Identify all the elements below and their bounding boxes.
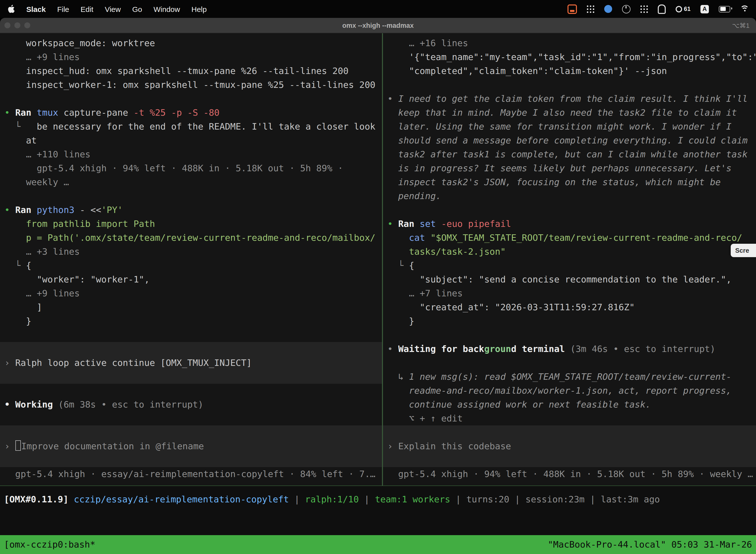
text-segment: … +7 lines (387, 288, 462, 298)
terminal-window: omx --xhigh --madmax ⌥⌘1 workspace_mode:… (0, 18, 756, 554)
terminal-line: gpt-5.4 xhigh · essay/ai-reimplementatio… (0, 467, 382, 481)
terminal-line (0, 328, 382, 342)
text-segment: '{"team_name":"my-team","task_id":"1","f… (387, 52, 756, 62)
terminal-line: weekly … (0, 175, 382, 189)
terminal-line: keep that in mind. Maybe I also need the… (383, 106, 756, 120)
text-segment: • (387, 93, 398, 104)
terminal-line (383, 203, 756, 217)
terminal-line (0, 426, 382, 439)
menu-item-file[interactable]: File (57, 5, 69, 13)
screen-share-popup[interactable]: Scre (731, 244, 756, 257)
text-segment: tasks/task-2.json" (387, 246, 506, 257)
terminal-line: gpt-5.4 xhigh · 94% left · 488K in · 5.1… (383, 467, 756, 481)
terminal-line: … +7 lines (383, 286, 756, 300)
text-segment: p = Path('.omx/state/team/review-current… (4, 232, 376, 243)
text-segment: "completed","claim_token":"claim-token"}… (387, 65, 667, 76)
text-segment: continue assigned work or next feasible … (387, 399, 651, 409)
text-cursor (15, 440, 20, 451)
text-segment: | (364, 494, 375, 504)
wifi-icon[interactable] (740, 5, 749, 12)
menu-item-view[interactable]: View (105, 5, 121, 13)
apple-menu-icon[interactable] (7, 4, 15, 13)
terminal-line (383, 328, 756, 342)
terminal-line (0, 342, 382, 356)
text-segment: (3m 46s • esc to interrupt) (570, 343, 715, 354)
omx-status-line: [OMX#0.11.9] cczip/essay/ai-reimplementa… (0, 492, 756, 506)
keypad-icon[interactable] (586, 5, 594, 13)
terminal-line: ] (0, 300, 382, 314)
terminal-line: • I need to get the claim token from the… (383, 92, 756, 106)
terminal-pane-right[interactable]: … +16 lines '{"team_name":"my-team","tas… (383, 33, 756, 486)
text-segment: tmux (37, 107, 63, 118)
text-segment: Ralph loop active continue [OMX_TMUX_INJ… (15, 357, 252, 368)
text-segment: gpt-5.4 xhigh · essay/ai-reimplementatio… (4, 468, 376, 479)
terminal-line: } (383, 314, 756, 328)
menu-item-edit[interactable]: Edit (81, 5, 93, 13)
text-segment: └ (387, 260, 409, 271)
window-shortcut-hint: ⌥⌘1 (732, 21, 750, 29)
battery-percent-value: 61 (684, 5, 691, 12)
terminal-line: } (0, 314, 382, 328)
terminal-line: tasks/task-2.json" (383, 245, 756, 259)
terminal-line: ↳ 1 new msg(s): read $OMX_TEAM_STATE_ROO… (383, 370, 756, 384)
tmux-status-bar: [omx-cczip0:bash* "MacBook-Pro-44.local"… (0, 535, 756, 554)
text-segment: pending. (387, 190, 441, 201)
text-segment: "subject": "send a concise recommendatio… (387, 274, 732, 284)
text-segment: turns:20 (466, 494, 515, 504)
terminal-line: from pathlib import Path (0, 217, 382, 231)
blue-app-icon[interactable] (604, 5, 612, 13)
text-segment: gpt-5.4 xhigh · 94% left · 488K in · 5.1… (4, 163, 343, 173)
terminal-line: should send a message before completing … (383, 133, 756, 148)
text-segment: Improve documentation in @filename (21, 441, 204, 451)
text-segment: -euo pipefail (441, 218, 511, 229)
text-segment: capture-pane (63, 107, 133, 118)
terminal-line: p = Path('.omx/state/team/review-current… (0, 231, 382, 245)
menu-item-help[interactable]: Help (191, 5, 207, 13)
ghost-app-icon[interactable] (657, 4, 666, 14)
terminal-line (383, 78, 756, 92)
text-segment: should send a message before completing … (387, 135, 748, 146)
text-segment: I need to get the claim token from the c… (398, 93, 748, 104)
text-segment: Waiting for back (398, 343, 484, 354)
terminal-line: continue assigned work or next feasible … (383, 398, 756, 411)
window-title: omx --xhigh --madmax (0, 21, 756, 29)
close-button[interactable] (4, 22, 10, 28)
terminal-line: └ { (0, 259, 382, 273)
text-segment: python3 (37, 205, 80, 215)
minimize-button[interactable] (14, 22, 20, 28)
terminal-pane-left[interactable]: workspace_mode: worktree … +9 lines insp… (0, 33, 382, 486)
text-segment: ralph:1/10 (305, 494, 364, 504)
menu-item-window[interactable]: Window (153, 5, 180, 13)
text-segment: from pathlib import Path (4, 218, 155, 229)
text-segment: later. Using the same for transition mig… (387, 121, 732, 131)
window-titlebar[interactable]: omx --xhigh --madmax ⌥⌘1 (0, 18, 756, 33)
text-segment: cczip/essay/ai-reimplementation-copyleft (74, 494, 295, 504)
terminal-line (0, 92, 382, 106)
text-segment: } (4, 316, 31, 326)
grid-app-icon[interactable] (640, 5, 648, 13)
zoom-button[interactable] (24, 22, 30, 28)
input-source-letter: A (702, 5, 707, 12)
menu-app-name[interactable]: Slack (26, 5, 46, 13)
terminal-line: › Improve documentation in @filename (0, 439, 382, 453)
terminal-line: … +3 lines (0, 245, 382, 259)
text-segment: { (26, 260, 32, 271)
menu-item-go[interactable]: Go (132, 5, 142, 13)
battery-icon[interactable] (719, 6, 730, 12)
text-segment: weekly … (4, 177, 69, 187)
text-segment: … +9 lines (4, 52, 80, 62)
dial-app-icon[interactable] (622, 5, 630, 13)
terminal-panes: workspace_mode: worktree … +9 lines insp… (0, 33, 756, 486)
text-segment: inspect_worker-1: omx sparkshell --tmux-… (4, 79, 376, 90)
text-segment: team:1 workers (375, 494, 456, 504)
text-segment: Ran (15, 205, 37, 215)
text-segment: inspect task2's JSON, focusing on the st… (387, 177, 721, 187)
terminal-line: at (0, 133, 382, 148)
battery-percentage-badge[interactable]: 61 (675, 5, 691, 12)
screen-recording-icon[interactable] (567, 4, 577, 14)
text-segment: "created_at": "2026-03-31T11:59:27.816Z" (387, 302, 635, 312)
input-source-icon[interactable]: A (700, 5, 709, 13)
text-segment: { (409, 260, 415, 271)
text-segment: be necessary for the end of the README. … (37, 121, 375, 131)
terminal-line: "created_at": "2026-03-31T11:59:27.816Z" (383, 300, 756, 314)
